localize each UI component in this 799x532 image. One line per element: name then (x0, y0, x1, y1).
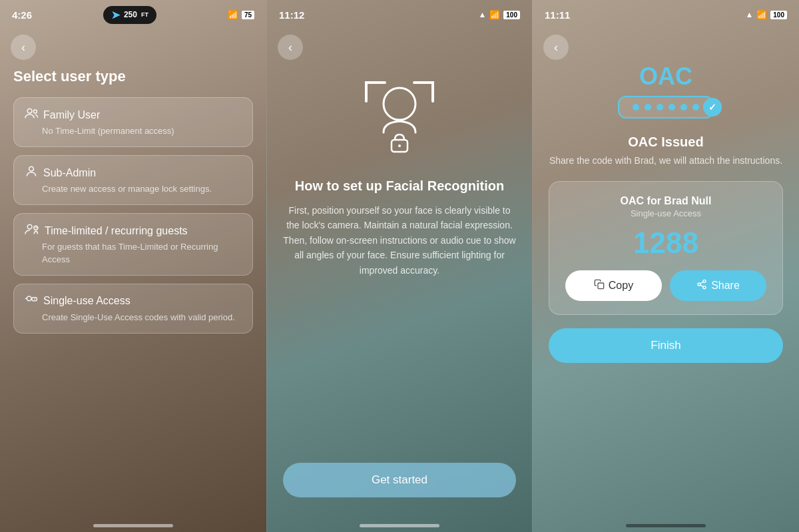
oac-actions: Copy Share (565, 270, 766, 301)
panel2-content: How to set up Facial Recognition First, … (267, 63, 532, 519)
oac-code-name: OAC for Brad Null (565, 195, 766, 207)
phone-panel-1: 4:26 ➤ 250FT 📶 75 ‹ Select user type (0, 0, 266, 532)
svg-point-11 (398, 144, 401, 147)
oac-dot-3 (657, 104, 663, 111)
single-use-icon (25, 294, 38, 309)
panel2-desc: First, position yourself so your face is… (283, 203, 516, 278)
face-recognition-illustration (353, 69, 446, 162)
back-btn-container-1: ‹ (0, 29, 266, 63)
svg-point-2 (29, 167, 34, 172)
panel2-bottom: Get started (283, 463, 516, 503)
home-bar-2 (360, 524, 439, 527)
time-limited-title: + Time-limited / recurring guests (25, 223, 242, 238)
time-limited-desc: For guests that has Time-Limited or Recu… (25, 241, 242, 265)
oac-dot-4 (668, 104, 675, 111)
oac-code-number: 1288 (565, 226, 766, 260)
oac-check-icon: ✓ (703, 98, 722, 117)
finish-button[interactable]: Finish (549, 328, 783, 363)
panel3-content: OAC ✓ OAC Issued Share the code with Bra… (533, 63, 799, 519)
oac-issued-desc: Share the code with Brad, we will attach… (549, 154, 782, 168)
home-bar-1 (93, 524, 173, 527)
back-btn-container-2: ‹ (267, 29, 532, 63)
family-user-desc: No Time-Limit (permanent access) (25, 125, 242, 137)
copy-button[interactable]: Copy (565, 270, 662, 301)
status-bar-2: 11:12 ▲ 📶 100 (267, 0, 532, 29)
oac-dot-5 (680, 104, 687, 111)
home-indicator-3 (533, 519, 799, 532)
svg-point-3 (27, 225, 32, 230)
panel2-title: How to set up Facial Recognition (295, 178, 504, 194)
phone-panel-3: 11:11 ▲ 📶 100 ‹ OAC ✓ OAC Issued Share t… (533, 0, 799, 532)
back-button-3[interactable]: ‹ (543, 35, 569, 60)
svg-rect-12 (598, 283, 604, 289)
copy-label: Copy (609, 280, 633, 292)
single-use-desc: Create Single-Use Access codes with vali… (25, 312, 242, 324)
sub-admin-card[interactable]: Sub-Admin Create new access or manage lo… (13, 155, 253, 205)
svg-point-1 (33, 110, 37, 113)
family-user-card[interactable]: Family User No Time-Limit (permanent acc… (13, 97, 253, 147)
share-icon (696, 279, 707, 292)
wifi-icon-3: 📶 (756, 10, 767, 20)
back-btn-container-3: ‹ (533, 29, 799, 63)
page-title-1: Select user type (13, 68, 253, 85)
status-right-2: ▲ 📶 100 (478, 10, 520, 20)
home-indicator-2 (267, 519, 532, 532)
status-time-3: 11:11 (545, 9, 570, 21)
copy-icon (594, 279, 605, 292)
single-use-card[interactable]: Single-use Access Create Single-Use Acce… (13, 284, 253, 334)
back-button-2[interactable]: ‹ (278, 35, 303, 60)
share-button[interactable]: Share (670, 270, 766, 301)
wifi-icon-2: 📶 (489, 10, 500, 20)
status-right-1: 📶 75 (228, 10, 254, 20)
oac-heading: OAC (639, 63, 692, 91)
svg-text:+: + (35, 225, 37, 230)
wifi-icon-1: 📶 (228, 10, 238, 20)
back-button-1[interactable]: ‹ (11, 35, 36, 60)
panel1-content: Select user type Family User No Time-Lim… (0, 63, 266, 519)
oac-dot-1 (633, 104, 639, 111)
single-use-title: Single-use Access (25, 294, 242, 309)
battery-3: 100 (770, 11, 787, 19)
oac-code-card: OAC for Brad Null Single-use Access 1288… (549, 181, 783, 315)
nav-unit: FT (141, 11, 148, 18)
oac-issued-title: OAC Issued (628, 134, 703, 150)
status-right-3: ▲ 📶 100 (745, 10, 787, 20)
oac-dot-2 (645, 104, 651, 111)
status-time-2: 11:12 (279, 9, 304, 21)
home-bar-3 (626, 524, 706, 527)
battery-1: 75 (242, 11, 254, 19)
phone-panel-2: 11:12 ▲ 📶 100 ‹ (266, 0, 533, 532)
time-limited-card[interactable]: + Time-limited / recurring guests For gu… (13, 213, 253, 275)
oac-code-type: Single-use Access (565, 208, 766, 218)
family-user-icon (25, 107, 38, 123)
svg-point-0 (27, 109, 32, 113)
svg-point-7 (26, 298, 27, 299)
status-time-1: 4:26 (12, 9, 32, 21)
signal-icon-2: ▲ (478, 10, 486, 19)
oac-dots-bar: ✓ (618, 96, 714, 119)
get-started-button[interactable]: Get started (283, 463, 516, 497)
nav-pill: ➤ 250FT (103, 6, 156, 24)
status-bar-1: 4:26 ➤ 250FT 📶 75 (0, 0, 266, 29)
sub-admin-title: Sub-Admin (25, 165, 242, 180)
time-limited-icon: + (25, 223, 39, 238)
home-indicator-1 (0, 519, 266, 532)
signal-icon-3: ▲ (745, 10, 753, 19)
family-user-title: Family User (25, 107, 242, 123)
sub-admin-icon (25, 165, 38, 180)
sub-admin-desc: Create new access or manage lock setting… (25, 183, 242, 195)
nav-arrow-icon: ➤ (111, 9, 120, 21)
nav-distance: 250 (124, 10, 137, 19)
battery-2: 100 (503, 11, 520, 19)
oac-dot-6 (692, 104, 699, 111)
status-bar-3: 11:11 ▲ 📶 100 (533, 0, 799, 29)
share-label: Share (711, 280, 740, 292)
svg-point-9 (384, 88, 415, 120)
